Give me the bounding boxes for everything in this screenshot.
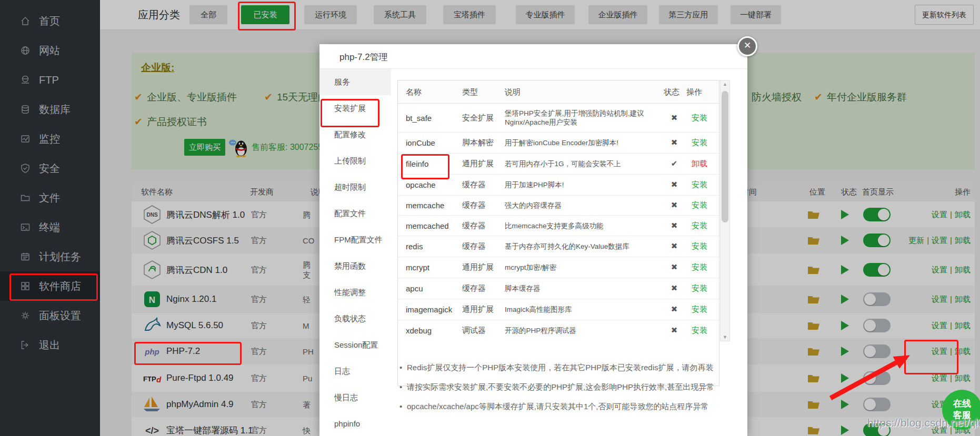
modal-titlebar: php-7.2管理 — [319, 44, 747, 69]
extensions-table: 名称 类型 说明 状态 操作 bt_safe安全扩展 堡塔PHP安全扩展,用于增… — [397, 80, 719, 386]
menu-item-service[interactable]: 服务 — [319, 69, 391, 95]
menu-item-upload-limit[interactable]: 上传限制 — [319, 148, 391, 174]
status-x-icon: ✖ — [664, 326, 685, 335]
col-ext-type: 类型 — [462, 80, 478, 103]
ext-row-memcache: memcache缓存器 强大的内容缓存器✖ 安装 — [398, 195, 719, 216]
install-link[interactable]: 安装 — [686, 326, 713, 336]
uninstall-link[interactable]: 卸载 — [686, 159, 713, 169]
menu-item-session-config[interactable]: Session配置 — [319, 332, 391, 358]
scroll-down-icon[interactable]: ▼ — [721, 333, 729, 341]
menu-item-slow-log[interactable]: 慢日志 — [319, 384, 391, 411]
menu-item-fpm-config[interactable]: FPM配置文件 — [319, 227, 391, 253]
status-x-icon: ✖ — [664, 241, 685, 251]
status-x-icon: ✖ — [664, 262, 685, 272]
col-ext-action: 操作 — [686, 80, 702, 103]
status-x-icon: ✖ — [664, 180, 685, 189]
menu-item-timeout-limit[interactable]: 超时限制 — [319, 174, 391, 200]
menu-item-phpinfo[interactable]: phpinfo — [319, 411, 391, 436]
status-x-icon: ✖ — [664, 305, 685, 314]
ext-row-bt_safe: bt_safe安全扩展 堡塔PHP安全扩展,用于增强防跨站机制,建议Nginx/… — [398, 103, 719, 133]
watermark: https://blog.csdn.net/qlei20 — [867, 417, 980, 429]
install-link[interactable]: 安装 — [686, 113, 713, 123]
status-x-icon: ✖ — [664, 283, 685, 293]
modal-menu: 服务 安装扩展 配置修改 上传限制 超时限制 配置文件 FPM配置文件 禁用函数… — [319, 69, 391, 436]
modal-notes: Redis扩展仅支持一个PHP版本安装使用，若在其它PHP版本已安装redis扩… — [398, 363, 735, 421]
install-link[interactable]: 安装 — [686, 305, 713, 315]
note-line: opcache/xcache/apc等脚本缓存扩展,请只安装其中1个,否则可能导… — [398, 402, 735, 411]
menu-item-disabled-functions[interactable]: 禁用函数 — [319, 253, 391, 279]
scrollbar-thumb[interactable] — [722, 91, 728, 222]
install-link[interactable]: 安装 — [686, 180, 713, 190]
menu-item-install-ext[interactable]: 安装扩展 — [319, 95, 391, 121]
ext-row-xdebug: xdebug调试器 开源的PHP程序调试器✖ 安装 — [398, 320, 719, 341]
bt-panel-screen: 首页 网站 FTP 数据库 监控 安全 文件 终端 计划任务 软件商店 — [0, 0, 980, 436]
install-link[interactable]: 安装 — [686, 200, 713, 210]
note-line: 请按实际需求安装扩展,不要安装不必要的PHP扩展,这会影响PHP执行效率,甚至出… — [398, 382, 735, 391]
install-link[interactable]: 安装 — [686, 262, 713, 272]
ext-row-redis: redis缓存器 基于内存亦可持久化的Key-Value数据库✖ 安装 — [398, 236, 719, 257]
col-ext-status: 状态 — [664, 80, 679, 103]
note-line: Redis扩展仅支持一个PHP版本安装使用，若在其它PHP版本已安装redis扩… — [398, 363, 735, 372]
menu-item-performance[interactable]: 性能调整 — [319, 279, 391, 306]
ext-row-ioncube: ionCube脚本解密 用于解密ionCube Encoder加密脚本!✖ 安装 — [398, 132, 719, 154]
ext-row-imagemagick: imagemagick通用扩展 Imagick高性能图形库✖ 安装 — [398, 299, 719, 320]
ext-row-apcu: apcu缓存器 脚本缓存器✖ 安装 — [398, 278, 719, 299]
install-link[interactable]: 安装 — [686, 220, 713, 230]
col-ext-name: 名称 — [406, 80, 422, 103]
status-x-icon: ✖ — [664, 113, 685, 123]
extensions-scrollbar[interactable]: ▲ ▼ — [720, 80, 730, 341]
ext-row-opcache: opcache缓存器 用于加速PHP脚本!✖ 安装 — [398, 174, 719, 196]
menu-item-config-modify[interactable]: 配置修改 — [319, 121, 391, 148]
status-x-icon: ✖ — [664, 221, 685, 230]
php-manage-modal: php-7.2管理 服务 安装扩展 配置修改 上传限制 超时限制 配置文件 FP… — [319, 44, 747, 436]
install-link[interactable]: 安装 — [686, 283, 713, 293]
menu-item-log[interactable]: 日志 — [319, 358, 391, 384]
col-ext-desc: 说明 — [505, 80, 521, 103]
ext-row-fileinfo: fileinfo通用扩展 若可用内存小于1G，可能会安装不上✔ 卸载 — [398, 153, 719, 175]
status-check-icon: ✔ — [664, 159, 685, 168]
install-link[interactable]: 安装 — [686, 241, 713, 251]
status-x-icon: ✖ — [664, 138, 685, 147]
menu-item-config-file[interactable]: 配置文件 — [319, 200, 391, 227]
status-x-icon: ✖ — [664, 200, 685, 210]
menu-item-load-status[interactable]: 负载状态 — [319, 306, 391, 332]
close-icon[interactable]: ✕ — [737, 36, 757, 56]
ext-row-mcrypt: mcrypt通用扩展 mcrypt加密/解密✖ 安装 — [398, 257, 719, 278]
extensions-table-header: 名称 类型 说明 状态 操作 — [398, 80, 719, 104]
install-link[interactable]: 安装 — [686, 138, 713, 148]
modal-title: php-7.2管理 — [339, 51, 388, 63]
ext-row-memcached: memcached缓存器 比memcache支持更多高级功能✖ 安装 — [398, 215, 719, 236]
scroll-up-icon[interactable]: ▲ — [721, 80, 729, 88]
